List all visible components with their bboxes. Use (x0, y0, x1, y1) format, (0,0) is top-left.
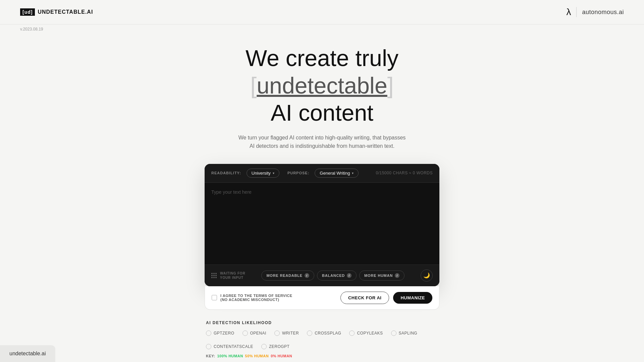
text-input[interactable] (211, 189, 433, 256)
detector-item: CONTENTATSCALE (206, 344, 253, 349)
detection-key: KEY: 100% HUMAN 50% HUMAN 0% HUMAN (206, 354, 438, 358)
logo: [ud] UNDETECTABLE.AI (20, 8, 93, 16)
detector-label-writer: WRITER (282, 331, 299, 336)
header-divider (576, 7, 577, 17)
detector-label-contentatscale: CONTENTATSCALE (214, 344, 253, 349)
detector-radio-contentatscale[interactable] (206, 344, 211, 349)
detector-label-crossplag: CROSSPLAG (315, 331, 341, 336)
autonomous-brand: autonomous.ai (582, 9, 624, 16)
readability-select[interactable]: University ▾ (247, 169, 279, 178)
theme-toggle-button[interactable]: 🌙 (421, 269, 433, 282)
hero-bracket-open: [undetectable] (250, 73, 393, 98)
terms-buttons: CHECK FOR AI HUMANIZE (340, 292, 432, 304)
detector-item: CROSSPLAG (307, 330, 341, 336)
mode-buttons: MORE READABLE i BALANCED i MORE HUMAN i (261, 270, 405, 281)
version-label: v.2023.08.19 (20, 27, 43, 32)
logo-bracket: [ud] (20, 8, 35, 16)
detector-item: GPTZERO (206, 330, 234, 336)
detector-radio-gptzero[interactable] (206, 330, 211, 336)
balanced-button[interactable]: BALANCED i (317, 270, 357, 281)
header-right: λ autonomous.ai (566, 7, 624, 17)
terms-row: I AGREE TO THE TERMS OF SERVICE(NO ACADE… (205, 286, 439, 310)
char-count: 0/15000 CHARS ≈ 0 WORDS (376, 171, 433, 175)
more-human-info-icon: i (395, 273, 399, 278)
hero-title: We create truly [undetectable] AI conten… (246, 45, 398, 127)
hero-line2: [undetectable] (246, 72, 398, 100)
detector-label-sapling: SAPLING (399, 331, 418, 336)
hero-word: undetectable (257, 73, 387, 98)
detector-radio-sapling[interactable] (391, 330, 396, 336)
key-100-human: 100% HUMAN (217, 354, 243, 358)
detector-item: OPENAI (243, 330, 266, 336)
lambda-icon: λ (566, 7, 571, 17)
detector-radio-openai[interactable] (243, 330, 248, 336)
key-50-human: 50% HUMAN (245, 354, 269, 358)
readability-chevron-icon: ▾ (273, 171, 274, 175)
hero-subtitle: We turn your flagged AI content into hig… (238, 133, 406, 150)
logo-name: UNDETECTABLE.AI (38, 9, 93, 15)
purpose-select[interactable]: General Writing ▾ (315, 169, 359, 178)
purpose-chevron-icon: ▾ (352, 171, 354, 175)
readability-value: University (252, 171, 271, 176)
waiting-indicator: WAITING FOR YOUR INPUT (211, 271, 245, 280)
check-for-ai-button[interactable]: CHECK FOR AI (340, 292, 389, 304)
waiting-text: WAITING FOR YOUR INPUT (220, 271, 245, 280)
hero-line1: We create truly (246, 45, 398, 72)
detector-list: GPTZEROOPENAIWRITERCROSSPLAGCOPYLEAKSSAP… (206, 330, 438, 349)
detector-label-gptzero: GPTZERO (214, 331, 234, 336)
balanced-info-icon: i (347, 273, 352, 278)
terms-checkbox[interactable] (212, 295, 217, 300)
detector-radio-copyleaks[interactable] (349, 330, 355, 336)
hero-line3: AI content (246, 99, 398, 127)
purpose-label: PURPOSE: (287, 171, 309, 175)
terms-left: I AGREE TO THE TERMS OF SERVICE(NO ACADE… (212, 294, 292, 302)
detector-radio-zerogpt[interactable] (261, 344, 267, 349)
purpose-value: General Writing (320, 171, 350, 176)
detector-item: ZEROGPT (261, 344, 290, 349)
detector-item: SAPLING (391, 330, 418, 336)
moon-icon: 🌙 (423, 272, 430, 279)
card-bottom-bar: WAITING FOR YOUR INPUT MORE READABLE i B… (205, 264, 439, 286)
readability-label: READABILITY: (211, 171, 241, 175)
detector-label-zerogpt: ZEROGPT (269, 344, 290, 349)
detector-label-openai: OPENAI (250, 331, 266, 336)
detector-item: WRITER (274, 330, 299, 336)
key-0-human: 0% HUMAN (271, 354, 292, 358)
bottom-badge: undetectable.ai (0, 345, 55, 362)
detector-radio-crossplag[interactable] (307, 330, 312, 336)
detector-radio-writer[interactable] (274, 330, 280, 336)
detection-section: AI DETECTION LIKELIHOOD GPTZEROOPENAIWRI… (205, 320, 439, 358)
dots-icon (211, 273, 217, 278)
key-label: KEY: (206, 354, 215, 358)
detector-label-copyleaks: COPYLEAKS (357, 331, 383, 336)
card-toolbar: READABILITY: University ▾ PURPOSE: Gener… (205, 164, 439, 183)
more-human-button[interactable]: MORE HUMAN i (359, 270, 405, 281)
main-content: We create truly [undetectable] AI conten… (0, 24, 644, 358)
more-readable-info-icon: i (305, 273, 309, 278)
detection-title: AI DETECTION LIKELIHOOD (206, 320, 438, 325)
header: [ud] UNDETECTABLE.AI λ autonomous.ai (0, 0, 644, 24)
more-readable-button[interactable]: MORE READABLE i (261, 270, 314, 281)
terms-text: I AGREE TO THE TERMS OF SERVICE(NO ACADE… (220, 294, 292, 302)
main-card: READABILITY: University ▾ PURPOSE: Gener… (205, 164, 439, 286)
detector-item: COPYLEAKS (349, 330, 383, 336)
humanize-button[interactable]: HUMANIZE (393, 292, 432, 304)
card-body (205, 183, 439, 264)
